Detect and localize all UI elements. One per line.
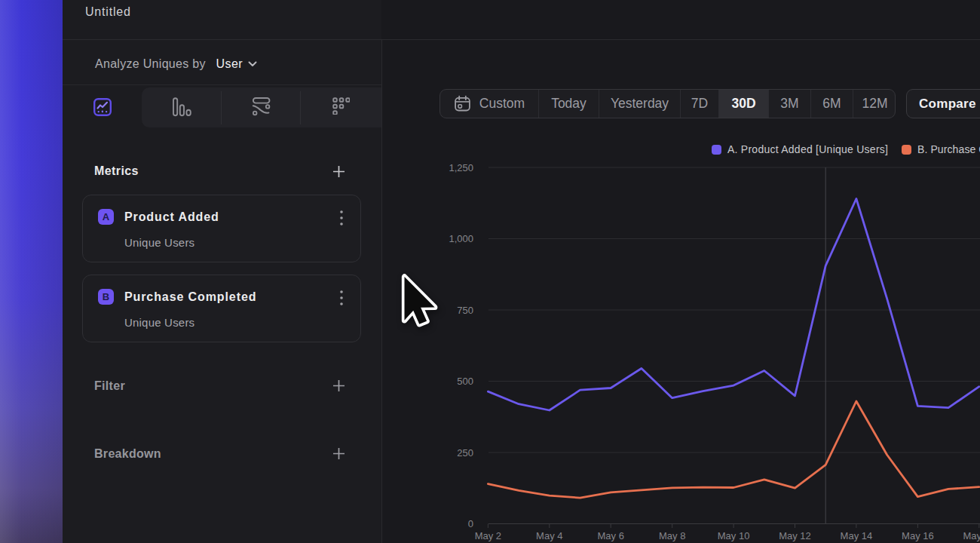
svg-text:250: 250: [457, 447, 473, 459]
svg-text:May 10: May 10: [718, 530, 750, 541]
svg-text:May 4: May 4: [536, 530, 562, 541]
svg-text:1,250: 1,250: [449, 162, 473, 173]
svg-text:750: 750: [457, 305, 473, 316]
svg-text:May 8: May 8: [659, 530, 685, 541]
svg-text:May 6: May 6: [597, 530, 623, 541]
svg-text:May 18: May 18: [963, 530, 980, 541]
svg-text:May 16: May 16: [902, 530, 934, 541]
svg-text:May 14: May 14: [841, 530, 873, 541]
svg-text:1,000: 1,000: [449, 233, 473, 244]
svg-text:May 12: May 12: [779, 530, 811, 541]
svg-text:0: 0: [468, 518, 473, 529]
svg-text:May 2: May 2: [475, 530, 501, 541]
svg-text:500: 500: [457, 376, 473, 387]
